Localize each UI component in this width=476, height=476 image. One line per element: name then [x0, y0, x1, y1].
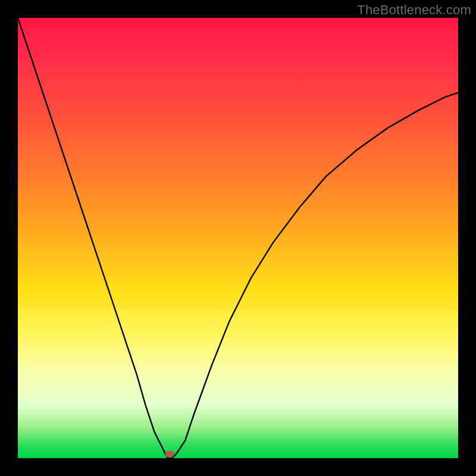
optimal-point-marker [165, 451, 174, 457]
chart-frame: TheBottleneck.com [0, 0, 476, 476]
bottleneck-curve [18, 18, 458, 458]
watermark-text: TheBottleneck.com [357, 2, 471, 18]
plot-area [18, 18, 458, 458]
curve-svg [18, 18, 458, 458]
